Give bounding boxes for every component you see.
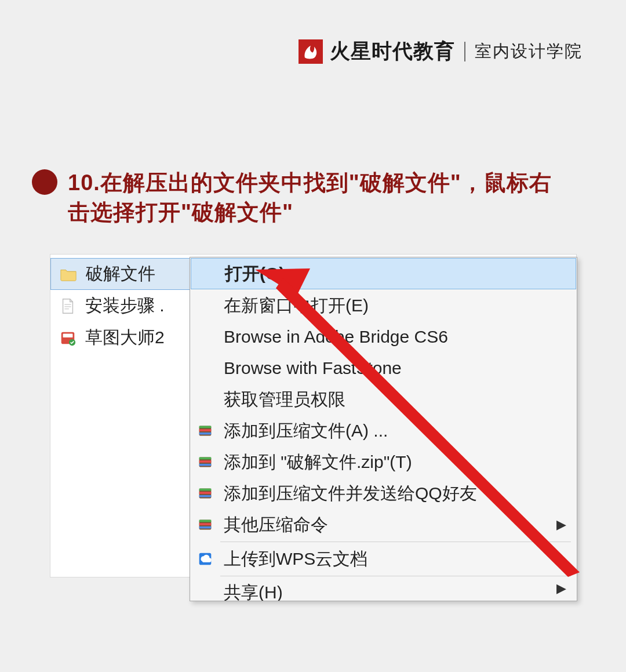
menu-separator (220, 542, 571, 542)
menu-item-add-to-archive[interactable]: 添加到压缩文件(A) ... (190, 415, 577, 446)
svg-rect-5 (63, 333, 73, 337)
submenu-arrow-icon: ▶ (556, 581, 571, 596)
document-icon (59, 297, 77, 315)
svg-rect-14 (199, 464, 212, 466)
menu-label: 获取管理员权限 (220, 388, 571, 412)
menu-label: 添加到 "破解文件.zip"(T) (220, 451, 571, 474)
svg-rect-18 (199, 495, 212, 497)
svg-rect-12 (199, 457, 212, 460)
brand-main-text: 火星时代教育 (330, 38, 455, 65)
svg-rect-8 (199, 426, 212, 428)
menu-item-open[interactable]: 打开(O) (191, 258, 576, 289)
menu-label: 上传到WPS云文档 (220, 547, 571, 571)
svg-rect-13 (199, 460, 212, 463)
step-instruction: 10.在解压出的文件夹中找到"破解文件"，鼠标右击选择打开"破解文件" (32, 168, 561, 228)
context-menu: 打开(O) 在新窗口中打开(E) Browse in Adobe Bridge … (190, 257, 577, 601)
menu-gutter (190, 581, 220, 601)
brand-header: 火星时代教育 室内设计学院 (299, 38, 583, 65)
archive-icon (190, 509, 220, 540)
brand-divider (464, 42, 465, 61)
menu-gutter (190, 384, 220, 415)
menu-label: Browse with FastStone (220, 358, 571, 378)
menu-label: Browse in Adobe Bridge CS6 (220, 327, 571, 347)
archive-icon (190, 415, 220, 446)
svg-rect-21 (199, 523, 212, 525)
brand-sub-text: 室内设计学院 (475, 40, 583, 63)
menu-gutter (191, 259, 221, 289)
archive-icon (190, 478, 220, 509)
archive-icon (190, 446, 220, 478)
file-label: 草图大师2 (85, 326, 165, 350)
menu-label: 在新窗口中打开(E) (220, 294, 571, 318)
cloud-upload-icon (190, 543, 220, 575)
step-number: 10. (68, 170, 100, 195)
menu-label: 添加到压缩文件(A) ... (220, 419, 571, 443)
menu-separator (220, 576, 571, 576)
menu-item-other-archive[interactable]: 其他压缩命令 ▶ (190, 509, 577, 540)
file-label: 安装步骤 . (85, 294, 165, 318)
svg-rect-9 (199, 429, 212, 431)
menu-label: 共享(H) (220, 581, 556, 601)
menu-gutter (190, 353, 220, 384)
svg-rect-10 (199, 433, 212, 435)
step-text: 10.在解压出的文件夹中找到"破解文件"，鼠标右击选择打开"破解文件" (68, 168, 561, 228)
svg-rect-20 (199, 520, 212, 522)
application-icon (59, 329, 77, 347)
svg-rect-17 (199, 492, 212, 494)
menu-label: 其他压缩命令 (220, 513, 556, 537)
brand-logo-icon (299, 39, 323, 64)
menu-item-browse-bridge[interactable]: Browse in Adobe Bridge CS6 (190, 321, 577, 353)
step-bullet-icon (32, 169, 57, 195)
svg-rect-16 (199, 489, 212, 491)
step-body: 在解压出的文件夹中找到"破解文件"，鼠标右击选择打开"破解文件" (68, 170, 552, 224)
menu-item-share-cut[interactable]: 共享(H) ▶ (190, 577, 577, 601)
menu-item-admin-rights[interactable]: 获取管理员权限 (190, 384, 577, 415)
folder-icon (59, 265, 78, 284)
file-label: 破解文件 (86, 262, 155, 286)
menu-label: 添加到压缩文件并发送给QQ好友 (220, 482, 571, 506)
svg-rect-22 (199, 526, 212, 529)
menu-gutter (190, 321, 220, 353)
menu-item-upload-wps[interactable]: 上传到WPS云文档 (190, 543, 577, 575)
menu-gutter (190, 290, 220, 321)
menu-item-browse-faststone[interactable]: Browse with FastStone (190, 353, 577, 384)
menu-label: 打开(O) (221, 262, 570, 286)
menu-item-add-to-zip-named[interactable]: 添加到 "破解文件.zip"(T) (190, 446, 577, 478)
menu-item-open-new-window[interactable]: 在新窗口中打开(E) (190, 290, 577, 321)
submenu-arrow-icon: ▶ (556, 517, 571, 532)
menu-item-archive-send-qq[interactable]: 添加到压缩文件并发送给QQ好友 (190, 478, 577, 509)
